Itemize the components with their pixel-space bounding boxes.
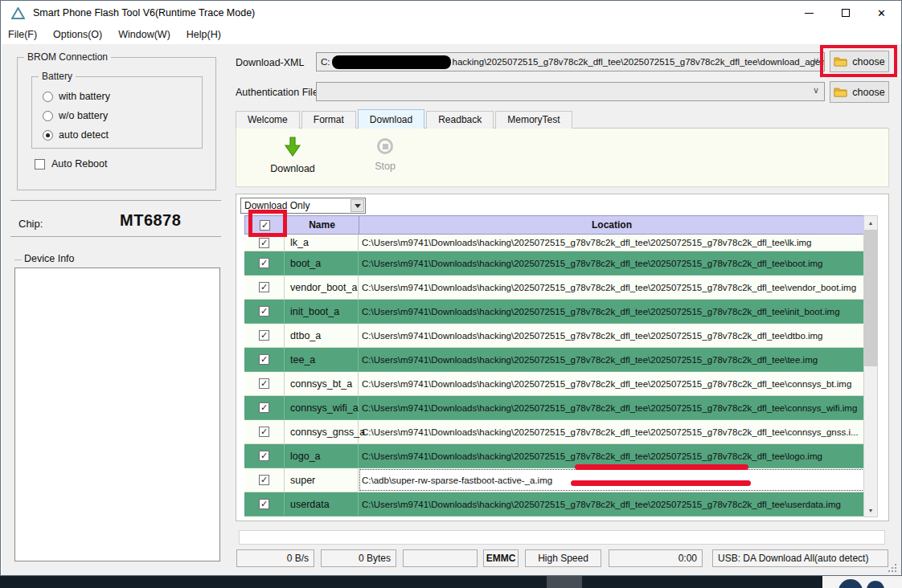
radio-selected-icon: [43, 130, 53, 141]
dropdown-arrow-icon[interactable]: [351, 199, 364, 212]
close-button[interactable]: ✕: [863, 1, 900, 25]
row-checkbox[interactable]: ✓: [244, 251, 285, 275]
maximize-button[interactable]: [827, 1, 863, 25]
divider: [10, 200, 221, 201]
title-bar: Smart Phone Flash Tool V6(Runtime Trace …: [1, 1, 901, 25]
select-all-checkbox[interactable]: ✓: [245, 216, 285, 234]
row-location[interactable]: C:\Users\m9741\Downloads\hacking\2025072…: [359, 324, 865, 347]
radio-wo-battery[interactable]: w/o battery: [43, 110, 108, 121]
row-checkbox[interactable]: ✓: [244, 276, 285, 299]
radio-with-battery[interactable]: with battery: [43, 91, 110, 102]
download-button[interactable]: Download: [260, 137, 325, 174]
checkbox-icon: [35, 159, 45, 169]
table-row[interactable]: ✓lk_aC:\Users\m9741\Downloads\hacking\20…: [244, 235, 865, 251]
chevron-down-icon[interactable]: [813, 55, 819, 66]
vertical-scrollbar[interactable]: ▴ ▾: [863, 215, 878, 517]
row-location[interactable]: C:\Users\m9741\Downloads\hacking\2025072…: [359, 444, 865, 468]
row-checkbox[interactable]: ✓: [244, 235, 285, 251]
row-checkbox[interactable]: ✓: [244, 444, 285, 468]
menu-window[interactable]: Window(W): [110, 26, 178, 43]
row-checkbox[interactable]: ✓: [244, 348, 285, 371]
tab-download[interactable]: Download: [358, 109, 424, 129]
row-checkbox[interactable]: ✓: [244, 468, 285, 492]
table-row[interactable]: ✓connsys_wifi_aC:\Users\m9741\Downloads\…: [244, 396, 865, 420]
auto-reboot-checkbox[interactable]: Auto Reboot: [35, 158, 108, 169]
resize-grip[interactable]: [888, 564, 896, 572]
menu-help[interactable]: Help(H): [178, 26, 229, 43]
checkbox-icon: ✓: [259, 378, 269, 389]
row-location[interactable]: C:\Users\m9741\Downloads\hacking\2025072…: [359, 235, 865, 251]
table-row[interactable]: ✓logo_aC:\Users\m9741\Downloads\hacking\…: [244, 444, 865, 468]
tab-memorytest[interactable]: MemoryTest: [495, 111, 572, 129]
status-bytes: 0 Bytes: [321, 549, 396, 567]
tab-format[interactable]: Format: [301, 111, 356, 129]
auth-file-combobox[interactable]: [316, 82, 825, 101]
table-row[interactable]: ✓dtbo_aC:\Users\m9741\Downloads\hacking\…: [244, 324, 865, 348]
checkbox-icon: ✓: [259, 306, 269, 316]
taskbar-tray: [822, 576, 902, 588]
table-row[interactable]: ✓boot_aC:\Users\m9741\Downloads\hacking\…: [244, 251, 865, 276]
row-checkbox[interactable]: ✓: [244, 396, 285, 419]
radio-auto-detect[interactable]: auto detect: [43, 129, 109, 141]
scroll-down-icon[interactable]: ▾: [864, 504, 877, 517]
menu-file[interactable]: File(F): [1, 26, 45, 43]
row-name: lk_a: [285, 235, 359, 251]
partition-table-frame: Download Only ✓ Name Location ✓lk_aC:\Us…: [236, 194, 889, 521]
auth-file-choose-button[interactable]: choose: [830, 81, 889, 103]
table-row[interactable]: ✓init_boot_aC:\Users\m9741\Downloads\hac…: [244, 300, 865, 324]
checkbox-icon: ✓: [259, 238, 269, 248]
download-xml-choose-button[interactable]: choose: [830, 51, 889, 72]
scrollbar-thumb[interactable]: [864, 230, 877, 366]
row-name: vendor_boot_a: [285, 276, 359, 299]
tab-welcome[interactable]: Welcome: [236, 111, 300, 129]
maximize-icon: [842, 9, 850, 17]
table-row[interactable]: ✓tee_aC:\Users\m9741\Downloads\hacking\2…: [244, 348, 865, 372]
scope-select-value: Download Only: [244, 200, 310, 211]
row-checkbox[interactable]: ✓: [244, 300, 285, 323]
folder-icon: [834, 87, 847, 97]
row-name: logo_a: [285, 444, 359, 468]
table-row[interactable]: ✓connsys_bt_aC:\Users\m9741\Downloads\ha…: [244, 372, 865, 396]
download-xml-value: hacking\2025072515_g78v78c2k_dfl_tee\202…: [453, 57, 825, 67]
scroll-up-icon[interactable]: ▴: [864, 216, 877, 229]
row-location[interactable]: C:\Users\m9741\Downloads\hacking\2025072…: [359, 372, 865, 395]
scope-select[interactable]: Download Only: [240, 198, 366, 214]
taskbar-app-icon[interactable]: [867, 581, 884, 588]
minimize-button[interactable]: [791, 1, 827, 25]
row-location[interactable]: C:\Users\m9741\Downloads\hacking\2025072…: [359, 276, 865, 299]
screen: Smart Phone Flash Tool V6(Runtime Trace …: [0, 0, 902, 588]
status-time: 0:00: [609, 549, 703, 567]
row-checkbox[interactable]: ✓: [244, 492, 285, 516]
row-location[interactable]: C:\adb\super-rw-sparse-fastboot-active-_…: [359, 468, 865, 492]
choose-button-label: choose: [852, 56, 884, 67]
row-location[interactable]: C:\Users\m9741\Downloads\hacking\2025072…: [359, 348, 865, 371]
row-checkbox[interactable]: ✓: [244, 372, 285, 395]
column-header-location[interactable]: Location: [359, 216, 864, 234]
taskbar-app-icon[interactable]: [838, 579, 863, 588]
partition-table: ✓ Name Location ✓lk_aC:\Users\m9741\Down…: [244, 215, 865, 517]
row-location[interactable]: C:\Users\m9741\Downloads\hacking\2025072…: [359, 396, 865, 419]
row-checkbox[interactable]: ✓: [244, 324, 285, 347]
checkbox-icon: ✓: [259, 330, 269, 341]
table-row[interactable]: ✓vendor_boot_aC:\Users\m9741\Downloads\h…: [244, 276, 865, 300]
table-row[interactable]: ✓userdataC:\Users\m9741\Downloads\hackin…: [244, 492, 865, 517]
tab-readback[interactable]: Readback: [426, 111, 494, 129]
app-logo-triangle-icon: [11, 7, 25, 19]
close-icon: ✕: [877, 8, 886, 18]
row-location[interactable]: C:\Users\m9741\Downloads\hacking\2025072…: [359, 420, 865, 443]
row-location[interactable]: C:\Users\m9741\Downloads\hacking\2025072…: [359, 300, 865, 323]
row-name: init_boot_a: [285, 300, 359, 323]
table-row[interactable]: ✓connsys_gnss_aC:\Users\m9741\Downloads\…: [244, 420, 865, 444]
column-header-name[interactable]: Name: [285, 216, 359, 234]
radio-wo-battery-label: w/o battery: [59, 110, 108, 121]
menu-options[interactable]: Options(O): [45, 26, 110, 43]
table-row[interactable]: ✓superC:\adb\super-rw-sparse-fastboot-ac…: [244, 468, 865, 492]
row-name: tee_a: [285, 348, 359, 371]
row-checkbox[interactable]: ✓: [244, 420, 285, 443]
stop-button[interactable]: Stop: [353, 137, 417, 172]
divider: [10, 236, 221, 237]
row-location[interactable]: C:\Users\m9741\Downloads\hacking\2025072…: [359, 492, 865, 516]
download-xml-combobox[interactable]: C: hacking\2025072515_g78v78c2k_dfl_tee\…: [316, 52, 825, 71]
row-location[interactable]: C:\Users\m9741\Downloads\hacking\2025072…: [359, 251, 865, 275]
chevron-down-icon[interactable]: [813, 85, 819, 96]
